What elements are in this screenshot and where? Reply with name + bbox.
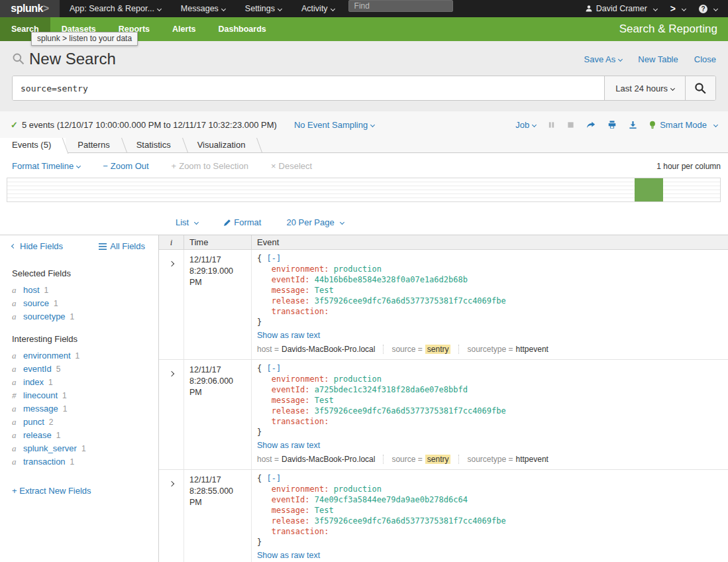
timeline-chart[interactable] — [7, 178, 721, 202]
job-done-check-icon: ✓ — [11, 120, 18, 130]
chevron-down-icon — [76, 164, 81, 168]
expand-event-icon[interactable] — [168, 371, 174, 376]
close-button[interactable]: Close — [694, 54, 716, 64]
bulb-icon — [649, 121, 656, 129]
tab-patterns[interactable]: Patterns — [66, 138, 124, 152]
chevron-down-icon — [618, 56, 623, 61]
share-icon[interactable] — [586, 121, 596, 129]
meta-source-value[interactable]: sentry — [425, 455, 451, 464]
per-page-menu[interactable]: 20 Per Page — [286, 217, 343, 227]
info-column-header: i — [159, 235, 184, 249]
field-link-splunk_server[interactable]: splunk_server — [23, 442, 77, 455]
field-link-index[interactable]: index — [23, 376, 44, 389]
find-input[interactable] — [348, 0, 453, 12]
meta-host-value[interactable]: Davids-MacBook-Pro.local — [282, 455, 375, 464]
save-as-button[interactable]: Save As — [584, 54, 623, 64]
tab-events-5[interactable]: Events (5) — [0, 138, 66, 154]
search-header: New Search Save As New Table Close Last … — [0, 41, 728, 111]
event-sampling-menu[interactable]: No Event Sampling — [294, 120, 374, 130]
expand-event-icon[interactable] — [168, 481, 174, 486]
deselect-button[interactable]: ×Deselect — [271, 161, 312, 171]
string-field-icon: a — [12, 310, 19, 323]
nav-item-alerts[interactable]: Alerts — [161, 17, 207, 41]
field-link-transaction[interactable]: transaction — [23, 455, 66, 469]
show-raw-text-link[interactable]: Show as raw text — [257, 441, 320, 450]
json-value: Test — [315, 506, 334, 515]
hide-fields-button[interactable]: Hide Fields — [12, 241, 63, 251]
meta-host-value[interactable]: Davids-MacBook-Pro.local — [282, 345, 375, 354]
json-key: message: — [272, 286, 310, 295]
show-raw-text-link[interactable]: Show as raw text — [257, 331, 320, 340]
meta-sourcetype-value[interactable]: httpevent — [516, 345, 548, 354]
show-raw-text-link[interactable]: Show as raw text — [257, 551, 320, 560]
format-menu[interactable]: Format — [223, 217, 261, 227]
field-count: 1 — [54, 297, 58, 310]
print-icon[interactable] — [607, 121, 617, 129]
field-link-host[interactable]: host — [23, 284, 40, 297]
tab-statistics[interactable]: Statistics — [125, 138, 185, 152]
tab-visualization[interactable]: Visualization — [185, 138, 260, 152]
list-view-menu[interactable]: List — [176, 217, 198, 227]
json-key: eventId: — [272, 495, 310, 504]
field-link-linecount[interactable]: linecount — [23, 389, 58, 402]
chevron-down-icon — [682, 6, 686, 11]
event-date: 12/11/17 — [189, 254, 246, 266]
meta-source: source =sentry — [383, 455, 450, 464]
json-close-brace: } — [257, 427, 723, 437]
timeline-bar[interactable] — [635, 178, 663, 201]
string-field-icon: a — [12, 376, 19, 389]
json-close-brace: } — [257, 537, 723, 547]
pause-icon[interactable] — [548, 121, 555, 129]
field-link-message[interactable]: message — [23, 402, 58, 416]
collapse-json-link[interactable]: [-] — [266, 254, 281, 263]
meta-sourcetype: sourcetype =httpevent — [458, 455, 548, 464]
chevron-down-icon — [532, 122, 537, 127]
collapse-json-link[interactable]: [-] — [266, 364, 281, 373]
field-link-eventId[interactable]: eventId — [23, 363, 52, 376]
meta-source-value[interactable]: sentry — [425, 345, 451, 354]
time-range-picker[interactable]: Last 24 hours — [604, 76, 685, 100]
splunk-arrow-menu[interactable]: > — [670, 3, 686, 14]
search-query-input[interactable] — [13, 76, 604, 100]
all-fields-button[interactable]: All Fields — [99, 241, 145, 251]
field-row-splunk_server: asplunk_server1 — [12, 442, 158, 455]
download-icon[interactable] — [629, 121, 637, 129]
splunk-logo-gt: > — [43, 3, 49, 15]
json-open-brace: { — [257, 364, 266, 373]
user-menu[interactable]: David Cramer — [585, 4, 657, 13]
topbar-menu-settings[interactable]: Settings — [235, 4, 291, 13]
json-key: message: — [272, 396, 310, 405]
nav-tooltip: splunk > listen to your data — [31, 32, 138, 46]
topbar-menu-messages[interactable]: Messages — [171, 4, 235, 13]
extract-new-fields-link[interactable]: + Extract New Fields — [12, 486, 91, 496]
splunk-logo[interactable]: splunk> — [0, 0, 60, 17]
job-menu[interactable]: Job — [515, 120, 536, 130]
json-value: 74e09cf3a5844ee79da9ae0b278d6c64 — [315, 495, 468, 504]
event-rows: 12/11/178:29:19.000 PM{ [-] environment:… — [159, 250, 728, 562]
event-cell: { [-] environment: production eventId: a… — [252, 360, 728, 469]
zoom-out-button[interactable]: −Zoom Out — [103, 161, 148, 171]
help-menu[interactable]: ? — [699, 5, 717, 13]
field-link-sourcetype[interactable]: sourcetype — [23, 310, 66, 323]
field-link-punct[interactable]: punct — [23, 416, 44, 429]
search-submit-button[interactable] — [685, 76, 715, 100]
search-mode-menu[interactable]: Smart Mode — [649, 120, 717, 130]
expand-cell — [159, 470, 184, 562]
stop-icon[interactable] — [567, 121, 574, 129]
expand-event-icon[interactable] — [168, 261, 174, 266]
topbar-menu-activity[interactable]: Activity — [291, 4, 344, 13]
page-title: New Search — [29, 50, 116, 68]
zoom-to-selection-button[interactable]: +Zoom to Selection — [172, 161, 248, 171]
field-link-source[interactable]: source — [23, 297, 49, 310]
json-key: eventId: — [272, 385, 310, 394]
field-link-release[interactable]: release — [23, 429, 52, 442]
nav-item-dashboards[interactable]: Dashboards — [207, 17, 278, 41]
json-value: production — [334, 264, 382, 274]
format-timeline-menu[interactable]: Format Timeline — [12, 161, 80, 171]
meta-sourcetype-value[interactable]: httpevent — [516, 455, 548, 464]
collapse-json-link[interactable]: [-] — [266, 474, 281, 483]
topbar-menu-app-search-repor[interactable]: App: Search & Repor... — [60, 4, 171, 13]
json-key: release: — [272, 516, 310, 526]
field-link-environment[interactable]: environment — [23, 349, 71, 363]
new-table-button[interactable]: New Table — [638, 54, 678, 64]
